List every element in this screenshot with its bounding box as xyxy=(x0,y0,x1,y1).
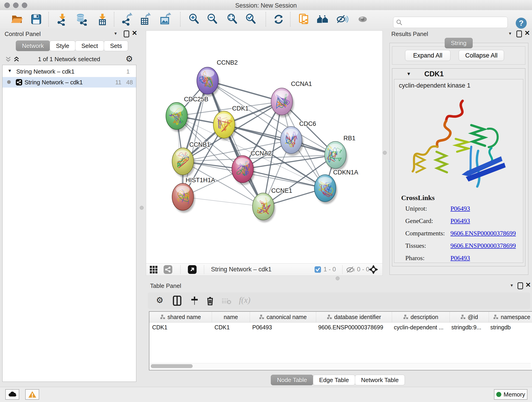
zoom-out-icon[interactable] xyxy=(206,13,219,26)
column-header-description[interactable]: description xyxy=(392,312,450,322)
network-node-CCNB1[interactable] xyxy=(172,148,195,177)
import-network-database-icon[interactable] xyxy=(75,13,88,26)
network-node-CDC25B[interactable] xyxy=(166,102,189,132)
gene-section-caret-icon[interactable]: ▼ xyxy=(406,71,411,77)
export-table-icon[interactable] xyxy=(139,13,152,26)
network-node-CCNA2[interactable] xyxy=(232,156,255,185)
shared-column-icon xyxy=(403,314,408,319)
string-show-icon[interactable] xyxy=(356,13,369,26)
warning-button[interactable] xyxy=(25,389,39,400)
create-column-icon[interactable] xyxy=(190,296,199,307)
tab-sets[interactable]: Sets xyxy=(104,41,128,51)
export-network-icon[interactable] xyxy=(121,13,133,26)
cloud-button[interactable] xyxy=(5,389,19,400)
hidden-node-edge-counts: 0 - 0 xyxy=(357,266,369,273)
status-bar: Memory xyxy=(0,387,532,402)
tab-style[interactable]: Style xyxy=(50,41,75,51)
column-header-namespace[interactable]: namespace xyxy=(489,312,532,322)
network-options-gear-icon[interactable]: ⚙ xyxy=(126,55,133,63)
network-node-CDK1[interactable] xyxy=(213,111,236,140)
help-icon[interactable]: ? xyxy=(516,18,527,29)
left-splitter-handle[interactable] xyxy=(140,206,144,210)
results-panel-close-icon[interactable]: ✕ xyxy=(525,30,530,36)
collapse-all-button[interactable]: Collapse All xyxy=(459,50,504,61)
right-splitter-handle[interactable] xyxy=(383,151,387,155)
tab-select[interactable]: Select xyxy=(75,41,104,51)
delete-table-icon[interactable] xyxy=(222,298,232,306)
memory-button[interactable]: Memory xyxy=(494,389,527,400)
horizontal-splitter-handle[interactable] xyxy=(336,276,340,280)
results-panel-title: Results Panel xyxy=(391,31,428,38)
import-network-file-icon[interactable] xyxy=(56,13,69,26)
string-home-icon[interactable] xyxy=(316,13,329,26)
table-horizontal-scrollbar[interactable] xyxy=(150,363,531,369)
collection-caret-icon[interactable]: ▼ xyxy=(7,68,12,73)
network-node-CDKN1A[interactable] xyxy=(314,175,337,204)
crosslink-row: Uniprot:P06493 xyxy=(394,205,523,217)
grid-view-icon[interactable] xyxy=(149,265,158,274)
function-builder-icon[interactable]: f(x) xyxy=(239,295,250,305)
network-view-icon[interactable] xyxy=(164,265,172,275)
node-label-CCNB1: CCNB1 xyxy=(189,141,210,148)
zoom-in-icon[interactable] xyxy=(188,13,201,26)
table-row[interactable]: CDK1CDK1P064939606.ENSP00000378699cyclin… xyxy=(149,322,532,332)
results-panel-collapse-icon[interactable]: ▼ xyxy=(508,32,512,36)
column-header-name[interactable]: name xyxy=(212,312,250,322)
open-session-icon[interactable] xyxy=(11,13,23,26)
table-panel: Table Panel ▼ ✕ ⚙ f(x) shared namenameca… xyxy=(146,281,532,387)
expand-all-button[interactable]: Expand All xyxy=(405,50,450,61)
cloud-icon xyxy=(8,391,17,397)
control-panel-float-icon[interactable] xyxy=(124,31,129,37)
crosslink-pharos-link[interactable]: P06493 xyxy=(450,254,470,262)
search-input[interactable] xyxy=(404,18,505,27)
string-hide-icon[interactable] xyxy=(336,13,349,26)
control-panel-collapse-icon[interactable]: ▼ xyxy=(114,32,118,36)
network-node-CCNB2[interactable] xyxy=(197,67,220,96)
tab-network-table[interactable]: Network Table xyxy=(355,375,405,385)
results-panel-float-icon[interactable] xyxy=(516,31,522,37)
table-options-gear-icon[interactable]: ⚙ xyxy=(156,296,163,304)
node-label-CCNB2: CCNB2 xyxy=(217,59,238,66)
column-header-sharedname[interactable]: shared name xyxy=(149,312,212,322)
network-node-CCNE1[interactable] xyxy=(253,193,275,222)
save-session-icon[interactable] xyxy=(30,13,43,26)
tab-node-table[interactable]: Node Table xyxy=(271,375,313,385)
network-canvas[interactable]: CCNB2CCNA1CDC25BCDK1CDC6RB1CCNB1CCNA2HIS… xyxy=(146,31,383,264)
crosslink-compartments-link[interactable]: 9606.ENSP00000378699 xyxy=(450,230,516,237)
table-panel-collapse-icon[interactable]: ▼ xyxy=(510,283,514,288)
column-header-databaseidentifier[interactable]: database identifier xyxy=(316,312,392,322)
tab-string[interactable]: String xyxy=(445,38,473,48)
network-node-CDC6[interactable] xyxy=(280,127,303,156)
table-panel-float-icon[interactable] xyxy=(518,282,523,289)
zoom-fit-content-icon[interactable] xyxy=(226,13,239,26)
tab-network[interactable]: Network xyxy=(16,41,50,51)
cell-databaseidentifier: 9606.ENSP00000378699 xyxy=(316,322,391,332)
import-table-icon[interactable] xyxy=(96,13,109,26)
crosslink-uniprot-link[interactable]: P06493 xyxy=(450,205,470,212)
birds-eye-view-icon[interactable] xyxy=(188,265,196,275)
tab-edge-table[interactable]: Edge Table xyxy=(313,375,355,385)
network-node-RB1[interactable] xyxy=(325,141,348,171)
string-protein-query-icon[interactable] xyxy=(298,13,310,26)
node-label-CDC6: CDC6 xyxy=(299,120,316,127)
selected-checkbox-icon[interactable] xyxy=(315,266,321,274)
control-panel-close-icon[interactable]: ✕ xyxy=(132,30,137,36)
show-columns-icon[interactable] xyxy=(172,296,182,307)
table-panel-close-icon[interactable]: ✕ xyxy=(525,282,531,288)
column-header-canonicalname[interactable]: canonical name xyxy=(250,312,316,322)
shared-column-icon xyxy=(461,314,466,319)
export-image-icon[interactable] xyxy=(159,13,172,26)
network-collection-row[interactable]: ▼ String Network – cdk1 1 xyxy=(2,66,136,77)
apply-layout-icon[interactable] xyxy=(272,13,285,26)
hidden-eye-icon[interactable] xyxy=(346,266,355,274)
node-label-CCNE1: CCNE1 xyxy=(271,187,292,194)
crosslink-genecard-link[interactable]: P06493 xyxy=(450,217,470,225)
column-header-id[interactable]: @id xyxy=(450,312,489,322)
scrollbar-thumb[interactable] xyxy=(151,364,193,368)
crosslink-tissues-link[interactable]: 9606.ENSP00000378699 xyxy=(450,242,516,249)
pan-crosshair-icon[interactable] xyxy=(369,265,378,275)
zoom-selected-icon[interactable] xyxy=(245,13,258,26)
network-row[interactable]: String Network – cdk1 11 48 xyxy=(2,77,136,88)
delete-column-icon[interactable] xyxy=(206,296,215,307)
network-node-HIST1H1A[interactable] xyxy=(172,183,195,213)
